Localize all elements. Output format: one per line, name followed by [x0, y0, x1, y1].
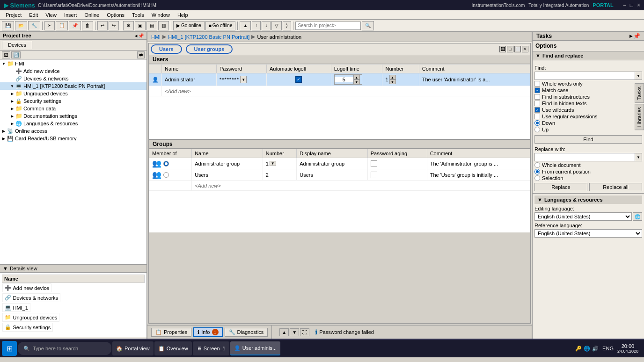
maximize-btn[interactable]: □	[630, 2, 633, 8]
lang-collapse-icon[interactable]: ▼	[537, 197, 542, 203]
edge-tab-libraries[interactable]: Libraries	[635, 104, 644, 130]
list-item[interactable]: 💻 HMI_1	[2, 303, 145, 312]
menu-project[interactable]: Project	[2, 10, 25, 20]
tree-item-add-device[interactable]: ➕ Add new device	[0, 67, 146, 75]
expand-doc[interactable]: ▶	[9, 114, 15, 118]
tree-item-docsettings[interactable]: ▶ 📁 Documentation settings	[0, 112, 146, 120]
spin-down[interactable]: ▼	[353, 80, 360, 84]
breadcrumb-hmi1[interactable]: HMI_1 [KTP1200 Basic PN Portrait]	[168, 34, 249, 40]
go-online-btn[interactable]: ▶ Go online	[173, 21, 205, 30]
copy-btn[interactable]: 📋	[56, 21, 68, 30]
win-close-btn[interactable]: ×	[522, 46, 528, 52]
start-button[interactable]: ⊞	[2, 341, 17, 356]
tab-devices[interactable]: Devices	[2, 41, 32, 49]
win-btn-icon[interactable]: 🖼	[499, 46, 506, 52]
tb-btn-15[interactable]: ↓	[262, 21, 271, 30]
groups-add-new[interactable]: <Add new>	[192, 181, 530, 191]
find-button[interactable]: Find	[534, 135, 642, 144]
list-item[interactable]: 📁 Ungrouped devices	[2, 312, 145, 322]
save-btn[interactable]: 💾	[2, 21, 14, 30]
tb-btn-9[interactable]: ▤	[146, 21, 157, 30]
expand-common[interactable]: ▶	[9, 107, 15, 111]
paste-btn[interactable]: 📌	[69, 21, 81, 30]
logoff-time-spinner[interactable]: ▲ ▼	[353, 75, 360, 84]
win-maximize-btn[interactable]: ⬜	[514, 46, 521, 52]
redo-btn[interactable]: ↪	[109, 21, 119, 30]
status-btn-3[interactable]: ⛶	[300, 328, 309, 336]
panel-collapse-btn[interactable]: ◂	[135, 33, 137, 38]
tb-btn-14[interactable]: ↑	[252, 21, 261, 30]
taskbar-user-admin[interactable]: 👤 User adminis...	[230, 341, 280, 355]
taskbar-search-input[interactable]	[33, 346, 106, 351]
wildcards-checkbox[interactable]: ✓	[534, 107, 540, 113]
tree-btn-2[interactable]: 🔃	[11, 51, 21, 58]
from-position-radio[interactable]	[534, 169, 540, 174]
taskbar-portal-view[interactable]: 🏠 Portal view	[112, 341, 154, 355]
substructures-checkbox[interactable]	[534, 94, 540, 100]
table-row[interactable]: <Add new>	[149, 181, 530, 191]
tb-btn-10[interactable]: ▥	[158, 21, 169, 30]
collapse-details-icon[interactable]: ▼	[3, 266, 8, 271]
list-item[interactable]: ➕ Add new device	[2, 283, 145, 293]
tb-btn-8[interactable]: ▣	[135, 21, 146, 30]
tree-item-root[interactable]: ▼ 📁 HMI	[0, 60, 146, 67]
win-restore-btn[interactable]: □	[507, 46, 513, 52]
menu-view[interactable]: View	[42, 10, 60, 20]
user-name-cell[interactable]: Administrator	[162, 73, 217, 86]
table-row[interactable]: 👥 Administrator group 1 ▼	[149, 158, 530, 169]
grp-aging-check-1[interactable]	[371, 160, 377, 167]
grp-num-dropdown-1[interactable]: ▼	[270, 161, 276, 166]
auto-logoff-checkbox[interactable]: ✓	[295, 76, 302, 83]
editing-language-select[interactable]: English (United States)	[534, 212, 632, 221]
table-row[interactable]: <Add new>	[149, 86, 530, 96]
expand-hmi1[interactable]: ▼	[9, 84, 15, 88]
status-btn-1[interactable]: ▲	[279, 328, 289, 336]
tb-btn-3[interactable]: 🔧	[28, 21, 40, 30]
open-btn[interactable]: 📂	[15, 21, 27, 30]
undo-btn[interactable]: ↩	[97, 21, 108, 30]
cut-btn[interactable]: ✂	[44, 21, 55, 30]
panel-pin-btn[interactable]: 📌	[138, 33, 144, 38]
expand-sec[interactable]: ▶	[9, 99, 15, 103]
table-row[interactable]: 👤 Administrator ******** ▼	[149, 73, 530, 86]
logoff-time-input[interactable]: ▲ ▼	[334, 74, 362, 85]
compile-btn[interactable]: ⚙	[123, 21, 134, 30]
member-radio-1[interactable]	[163, 161, 169, 167]
tasks-pin-btn[interactable]: 📌	[633, 33, 640, 39]
info-btn[interactable]: ℹ Info 1	[193, 327, 222, 337]
tree-item-devices-networks[interactable]: 🔗 Devices & networks	[0, 75, 146, 82]
menu-insert[interactable]: Insert	[60, 10, 81, 20]
find-input[interactable]	[534, 72, 635, 80]
replace-input[interactable]	[534, 153, 635, 161]
replace-dropdown-btn[interactable]: ▼	[635, 153, 642, 161]
menu-help[interactable]: Help	[174, 10, 192, 20]
search-input[interactable]	[295, 22, 361, 30]
replace-button[interactable]: Replace	[534, 183, 587, 191]
hidden-texts-checkbox[interactable]	[534, 101, 540, 106]
menu-options[interactable]: Options	[103, 10, 128, 20]
expand-lang[interactable]: ▶	[9, 122, 15, 126]
direction-up-radio[interactable]	[534, 127, 540, 132]
tree-item-online[interactable]: ▶ 📡 Online access	[0, 127, 146, 135]
table-row[interactable]: 👥 Users 2 Users	[149, 169, 530, 181]
menu-tools[interactable]: Tools	[128, 10, 148, 20]
password-dropdown-btn[interactable]: ▼	[240, 76, 247, 83]
reference-language-select[interactable]: English (United States)	[534, 229, 642, 238]
status-btn-2[interactable]: ▼	[290, 328, 299, 336]
tree-item-languages[interactable]: ▶ 🌐 Languages & resources	[0, 120, 146, 127]
tree-item-common[interactable]: ▶ 📁 Common data	[0, 105, 146, 112]
tb-btn-16[interactable]: ▽	[271, 21, 282, 30]
tb-btn-13[interactable]: ▲	[240, 21, 251, 30]
taskbar-screen1[interactable]: 🖥 Screen_1	[193, 341, 229, 355]
spin-up[interactable]: ▲	[353, 75, 360, 80]
close-btn[interactable]: ×	[637, 2, 640, 8]
num-spin-down[interactable]: ▼	[389, 80, 396, 84]
expand-card[interactable]: ▶	[1, 137, 7, 141]
tree-btn-sync[interactable]: ⇄	[137, 51, 145, 58]
number-spinner[interactable]: ▲ ▼	[389, 75, 396, 84]
menu-online[interactable]: Online	[80, 10, 103, 20]
minimize-btn[interactable]: −	[623, 2, 626, 8]
search-btn[interactable]: 🔍	[362, 21, 374, 30]
grp-aging-check-2[interactable]	[371, 172, 377, 178]
match-case-checkbox[interactable]: ✓	[534, 87, 540, 93]
